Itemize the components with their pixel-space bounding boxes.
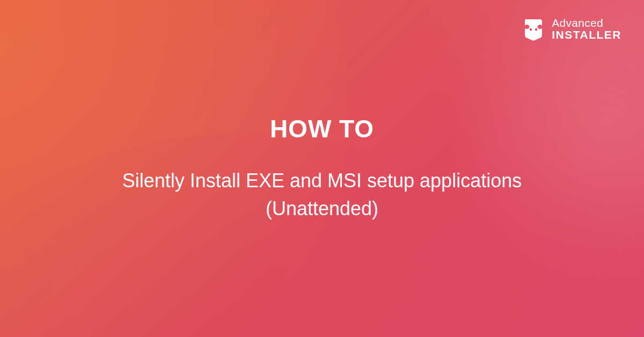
page-subtitle: Silently Install EXE and MSI setup appli… xyxy=(102,167,542,223)
hero-content: HOW TO Silently Install EXE and MSI setu… xyxy=(0,0,644,337)
page-heading: HOW TO xyxy=(270,114,374,143)
